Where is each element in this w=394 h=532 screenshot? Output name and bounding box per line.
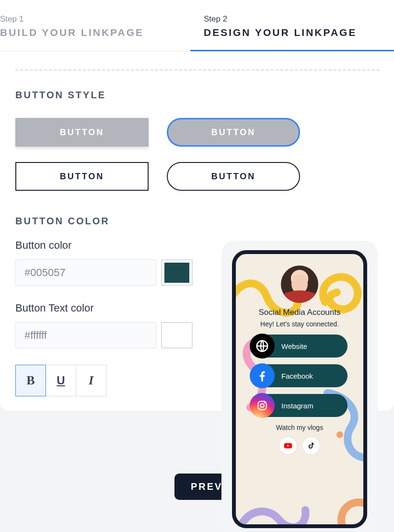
tiktok-icon[interactable] [302, 437, 320, 454]
button-text-color-swatch[interactable] [161, 322, 193, 348]
step-tabs: Step 1 BUILD YOUR LINKPAGE Step 2 DESIGN… [0, 0, 394, 51]
link-instagram[interactable]: Instagram [252, 394, 348, 417]
svg-point-4 [264, 402, 266, 404]
step-2-num: Step 2 [204, 14, 394, 24]
button-text-color-input[interactable] [15, 322, 156, 348]
phone-frame: Social Media Accounts Hey! Let's stay co… [232, 250, 367, 528]
button-color-heading: BUTTON COLOR [15, 216, 394, 227]
youtube-icon[interactable] [279, 437, 297, 454]
button-style-outline-rounded[interactable]: BUTTON [167, 162, 300, 191]
swatch-fill [164, 263, 189, 283]
phone-preview-panel: Social Media Accounts Hey! Let's stay co… [221, 241, 378, 532]
underline-button[interactable]: U [46, 365, 76, 396]
italic-icon: I [89, 373, 93, 388]
link-facebook-label: Facebook [281, 372, 313, 380]
underline-icon: U [57, 374, 65, 387]
step-1-num: Step 1 [0, 14, 190, 24]
italic-button[interactable]: I [76, 365, 106, 396]
step-1-tab[interactable]: Step 1 BUILD YOUR LINKPAGE [0, 0, 190, 51]
link-website[interactable]: Website [252, 335, 348, 358]
linkpage-subtitle: Hey! Let's stay connected. [236, 320, 363, 328]
link-instagram-label: Instagram [281, 402, 313, 410]
globe-icon [250, 334, 275, 359]
vlogs-heading: Watch my vlogs [236, 424, 363, 431]
step-2-title: DESIGN YOUR LINKPAGE [204, 27, 394, 38]
divider [15, 69, 380, 70]
button-color-input[interactable] [15, 259, 156, 286]
bold-button[interactable]: B [15, 365, 46, 396]
phone-content: Social Media Accounts Hey! Let's stay co… [236, 254, 363, 454]
instagram-icon [250, 393, 275, 418]
button-style-filled-rounded[interactable]: BUTTON [167, 118, 300, 147]
button-style-heading: BUTTON STYLE [15, 90, 394, 101]
link-facebook[interactable]: Facebook [252, 364, 348, 387]
link-website-label: Website [281, 342, 307, 350]
svg-point-3 [260, 404, 264, 407]
svg-point-0 [341, 502, 367, 528]
step-2-tab[interactable]: Step 2 DESIGN YOUR LINKPAGE [190, 0, 394, 51]
facebook-icon [250, 363, 275, 388]
avatar [281, 266, 318, 303]
bold-icon: B [26, 373, 35, 388]
button-style-filled[interactable]: BUTTON [15, 118, 149, 147]
squiggle-purple [233, 476, 310, 528]
squiggle-orange-ring [325, 486, 367, 528]
small-icons-row [236, 437, 363, 454]
button-color-swatch[interactable] [161, 259, 193, 286]
swatch-fill-2 [164, 325, 189, 346]
linkpage-title: Social Media Accounts [236, 308, 363, 317]
button-style-grid: BUTTON BUTTON BUTTON BUTTON [15, 118, 394, 191]
button-style-outline[interactable]: BUTTON [15, 162, 149, 191]
step-1-title: BUILD YOUR LINKPAGE [0, 27, 190, 38]
